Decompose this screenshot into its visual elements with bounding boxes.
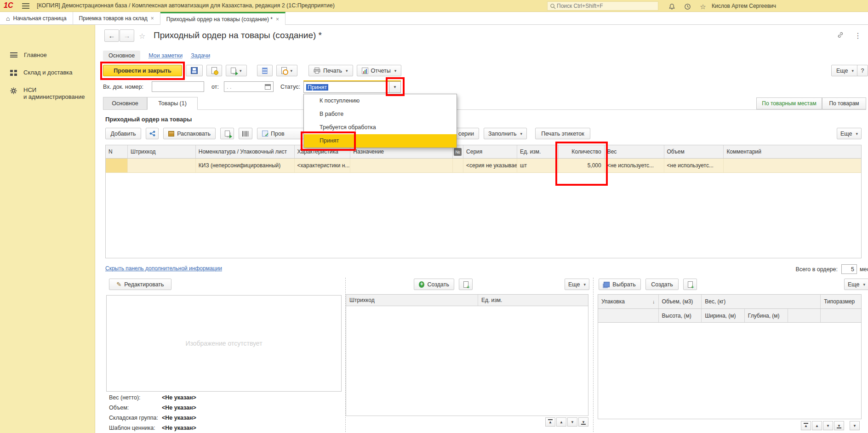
col-unit[interactable]: Ед. изм.	[478, 295, 588, 306]
edit-image-button[interactable]: ✎ Редактировать	[109, 279, 171, 290]
more-button-toolbar[interactable]: Еще▾	[831, 65, 859, 76]
cell-barcode[interactable]	[128, 159, 196, 172]
go-last-button[interactable]: ▼	[834, 421, 844, 430]
notifications-bell-icon[interactable]	[668, 2, 676, 11]
incoming-date-input[interactable]: . .	[224, 81, 274, 92]
search-input[interactable]	[556, 2, 648, 10]
select-packing-button[interactable]: Выбрать	[599, 279, 641, 290]
cell-series[interactable]: <серия не указывается>	[463, 159, 517, 172]
go-down-button[interactable]: ▼	[823, 421, 833, 430]
col-width-m[interactable]: Ширина, (м)	[702, 309, 745, 322]
current-user-name[interactable]: Кислов Артем Сергеевич	[712, 3, 776, 9]
cell-n[interactable]	[106, 159, 128, 172]
col-nomenclature[interactable]: Номенклатура / Упаковочный лист	[196, 145, 295, 158]
go-first-button[interactable]: ▲	[801, 421, 811, 430]
cell-unit[interactable]: шт	[517, 159, 559, 172]
cell-purpose[interactable]	[350, 159, 453, 172]
kebab-menu-icon[interactable]: ⋮	[854, 31, 862, 40]
reports-button[interactable]: Отчеты▾	[357, 65, 402, 76]
tab-my-notes[interactable]: Мои заметки	[148, 52, 183, 59]
status-option-in-progress[interactable]: В работе	[304, 108, 457, 121]
add-row-button[interactable]: Добавить	[105, 128, 141, 139]
go-down-button[interactable]: ▼	[567, 417, 577, 427]
col-comment[interactable]: Комментарий	[724, 145, 861, 158]
favorite-star-icon[interactable]: ☆	[139, 32, 145, 40]
goods-table-row[interactable]: КИЗ (неперсонифицированный) <характерист…	[105, 159, 862, 173]
help-button[interactable]: ?	[857, 65, 868, 76]
close-tab-icon[interactable]: ×	[151, 15, 154, 22]
sidebar-item-warehouse[interactable]: Склад и доставка	[0, 69, 95, 76]
cell-comment[interactable]	[724, 159, 861, 172]
col-unit[interactable]: Ед. изм.	[517, 145, 559, 158]
status-option-accepted[interactable]: Принят	[304, 134, 457, 148]
go-up-button[interactable]: ▲	[812, 421, 822, 430]
view-tab-main[interactable]: Основное	[103, 97, 147, 110]
new-packing-doc-button[interactable]	[683, 279, 697, 290]
status-option-to-receipt[interactable]: К поступлению	[304, 94, 457, 108]
sidebar-item-main[interactable]: Главное	[0, 51, 95, 59]
panel-splitter[interactable]	[593, 278, 594, 432]
document-journal-button[interactable]: ▾	[276, 65, 298, 76]
barcode-scan-button[interactable]	[239, 128, 252, 139]
status-field[interactable]: Принят	[303, 81, 389, 93]
share-button[interactable]	[146, 128, 159, 139]
cell-weight[interactable]: <не используетс...	[605, 159, 664, 172]
copy-row-button[interactable]	[220, 128, 234, 139]
col-volume[interactable]: Объем	[664, 145, 724, 158]
col-series[interactable]: Серия	[463, 145, 517, 158]
cell-nomenclature[interactable]: КИЗ (неперсонифицированный)	[196, 159, 295, 172]
barcode-more-button[interactable]: Еще▾	[565, 279, 589, 290]
col-weight[interactable]: Вес	[605, 145, 664, 158]
tab-main[interactable]: Основное	[103, 51, 140, 61]
cell-characteristic[interactable]: <характеристики н...	[295, 159, 351, 172]
forward-button[interactable]: →	[120, 29, 134, 42]
save-button[interactable]	[186, 65, 203, 76]
by-goods-button[interactable]: По товарам	[822, 97, 866, 109]
status-dropdown-arrow[interactable]: ▼	[389, 81, 401, 93]
tab-home[interactable]: ⌂ Начальная страница	[0, 12, 73, 25]
cell-quantity[interactable]: 5,000	[559, 159, 605, 172]
col-height-m[interactable]: Высота, (м)	[659, 309, 702, 322]
packing-more-button[interactable]: Еще▾	[844, 279, 868, 290]
incoming-number-input[interactable]	[152, 81, 204, 92]
create-based-on-button[interactable]: ▾	[226, 65, 247, 76]
col-barcode[interactable]: Штрихкод	[128, 145, 196, 158]
sidebar-item-nsi-admin[interactable]: НСИ и администрирование	[0, 86, 95, 100]
new-barcode-doc-button[interactable]	[459, 279, 473, 290]
create-packing-button[interactable]: Создать	[645, 279, 679, 290]
create-barcode-button[interactable]: + Создать	[414, 279, 454, 290]
tab-tasks[interactable]: Задачи	[191, 52, 210, 59]
view-tab-goods[interactable]: Товары (1)	[147, 97, 198, 110]
list-settings-button[interactable]: ▼	[850, 421, 860, 430]
fill-button[interactable]: Заполнить▾	[484, 128, 527, 139]
by-cargo-places-button[interactable]: По товарным местам	[756, 97, 822, 109]
col-depth-m[interactable]: Глубина, (м)	[745, 309, 788, 322]
col-packing[interactable]: Упаковка ↓	[598, 295, 659, 308]
main-menu-icon[interactable]	[22, 3, 29, 9]
go-up-button[interactable]: ▲	[556, 417, 566, 427]
hide-info-panel-link[interactable]: Скрыть панель дополнительной информации	[105, 265, 222, 272]
post-document-button[interactable]	[206, 65, 222, 76]
status-option-needs-processing[interactable]: Требуется обработка	[304, 121, 457, 134]
total-places-input[interactable]	[841, 264, 857, 274]
calendar-icon[interactable]	[265, 84, 271, 90]
history-clock-icon[interactable]	[683, 2, 691, 11]
col-barcode[interactable]: Штрихкод	[346, 295, 478, 306]
col-n[interactable]: N	[106, 145, 128, 158]
goods-more-button[interactable]: Еще▾	[837, 128, 862, 139]
print-labels-button[interactable]: Печать этикеток	[535, 128, 590, 139]
copy-link-icon[interactable]	[837, 31, 844, 40]
col-weight-kg[interactable]: Вес, (кг)	[702, 295, 821, 308]
go-first-button[interactable]: ▲	[545, 417, 555, 427]
post-and-close-button[interactable]: Провести и закрыть	[103, 65, 182, 76]
cell-numero[interactable]	[453, 159, 463, 172]
packing-table-empty-area[interactable]	[598, 323, 862, 419]
go-last-button[interactable]: ▼	[578, 417, 588, 427]
unpack-button[interactable]: Распаковать	[163, 128, 216, 139]
barcode-table-empty-area[interactable]	[346, 306, 588, 416]
tab-receipt-order[interactable]: Приходный ордер на товары (создание) * ×	[160, 12, 286, 25]
document-list-button[interactable]	[257, 65, 273, 76]
print-button[interactable]: Печать▾	[308, 65, 353, 76]
back-button[interactable]: ←	[104, 29, 119, 42]
col-typesize[interactable]: Типоразмер	[821, 295, 861, 308]
